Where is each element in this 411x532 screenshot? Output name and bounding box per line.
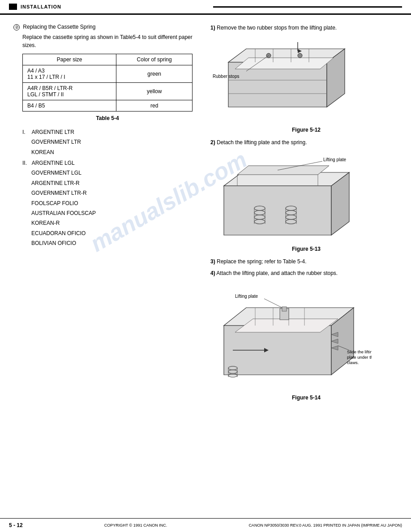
footer: 5 - 12 COPYRIGHT © 1991 CANON INC. CANON… [0, 518, 411, 532]
step-1-text: 1) Remove the two rubber stops from the … [210, 24, 402, 32]
main-content: ② Replacing the Cassette Spring Replace … [0, 15, 411, 411]
footer-page: 5 - 12 [9, 522, 23, 528]
figure-5-14-svg: Lifting plate Slide the lifting plate un… [210, 281, 372, 393]
footer-model: CANON NP3050/3030 REV.0 AUG. 1991 PRINTE… [248, 523, 402, 528]
list-item-II-6: AUSTRALIAN FOOLSCAP [31, 209, 201, 218]
list-item-I-header: I. ARGENTINE LTR [22, 128, 201, 137]
header-title: INSTALLATION [21, 4, 210, 9]
step-2-text: 2) Detach the lifting plate and the spri… [210, 138, 402, 146]
rubber-stops-label: Rubber stops [213, 74, 239, 79]
table-col1-header: Paper size [23, 54, 116, 65]
svg-marker-17 [237, 166, 329, 175]
list-item-I-3: KOREAN [31, 148, 201, 157]
table-cell-paper-1: A4 / A311 x 17 / LTR / I [23, 65, 116, 82]
figure-5-12-svg: Rubber stops [210, 35, 363, 125]
table-cell-paper-2: A4R / B5R / LTR-RLGL / STMT / II [23, 82, 116, 100]
table-cell-color-1: green [116, 65, 193, 82]
left-column: ② Replacing the Cassette Spring Replace … [13, 24, 201, 406]
header-black-rect [9, 4, 17, 10]
svg-marker-15 [224, 186, 331, 235]
svg-rect-42 [282, 307, 287, 311]
header-line [213, 6, 402, 8]
lifting-plate-label: Lifting plate [323, 157, 347, 162]
figure-5-13-container: Lifting plate [210, 150, 402, 244]
table-cell-paper-3: B4 / B5 [23, 100, 116, 111]
list-item-II-7: KOREAN-R [31, 219, 201, 227]
svg-marker-36 [235, 319, 338, 332]
roman-list: I. ARGENTINE LTR GOVERNMENT LTR KOREAN I… [22, 128, 201, 248]
section-heading: ② Replacing the Cassette Spring [13, 24, 201, 30]
table-cell-color-2: yellow [116, 82, 193, 100]
list-item-II-4: GOVERNMENT LTR-R [31, 189, 201, 197]
table-col2-header: Color of spring [116, 54, 193, 65]
figure-5-14-container: Lifting plate Slide the lifting plate un… [210, 281, 402, 393]
section-num: ② [13, 24, 20, 30]
figure-5-13-svg: Lifting plate [210, 150, 363, 244]
list-item-II-2: GOVERNMENT LGL [31, 168, 201, 177]
figure-5-12-caption: Figure 5-12 [210, 127, 402, 133]
svg-text:claws.: claws. [347, 360, 359, 365]
figure-5-12-container: Rubber stops [210, 35, 402, 125]
page: INSTALLATION ② Replacing the Cassette Sp… [0, 0, 411, 532]
list-item-II-1: ARGENTINE LGL [32, 160, 75, 166]
section-title: Replacing the Cassette Spring [23, 24, 95, 30]
table-caption: Table 5-4 [22, 115, 193, 121]
table-row: A4 / A311 x 17 / LTR / I green [23, 65, 193, 82]
svg-point-10 [298, 53, 302, 58]
list-item-II-5: FOOLSCAP FOLIO [31, 199, 201, 208]
figure-5-14-caption: Figure 5-14 [210, 395, 402, 401]
svg-line-53 [264, 299, 282, 308]
step-3-text: 3) Replace the spring; refer to Table 5-… [210, 257, 402, 266]
list-item-II-header: II. ARGENTINE LGL [22, 159, 201, 167]
list-item-II-8: ECUADORAN OFICIO [31, 229, 201, 238]
section-desc: Replace the cassette spring as shown in … [22, 33, 201, 49]
svg-text:Slide the lifting: Slide the lifting [347, 349, 372, 354]
table-row: A4R / B5R / LTR-RLGL / STMT / II yellow [23, 82, 193, 100]
svg-text:Lifting plate: Lifting plate [235, 294, 258, 299]
figure-5-13-caption: Figure 5-13 [210, 246, 402, 252]
table-row: B4 / B5 red [23, 100, 193, 111]
footer-copyright: COPYRIGHT © 1991 CANON INC. [104, 523, 167, 528]
list-item-I-2: GOVERNMENT LTR [31, 137, 201, 146]
svg-marker-3 [235, 58, 334, 69]
right-column: 1) Remove the two rubber stops from the … [206, 24, 402, 406]
list-item-I-1: ARGENTINE LTR [32, 129, 74, 135]
step-4-text: 4) Attach the lifting plate, and attach … [210, 269, 402, 277]
header-bar: INSTALLATION [0, 0, 411, 15]
table-cell-color-3: red [116, 100, 193, 111]
list-item-II-9: BOLIVIAN OFICIO [31, 239, 201, 248]
spring-table: Paper size Color of spring A4 / A311 x 1… [22, 54, 193, 112]
svg-text:plate under the: plate under the [347, 355, 372, 360]
list-item-II-3: ARGENTINE LTR-R [31, 179, 201, 188]
